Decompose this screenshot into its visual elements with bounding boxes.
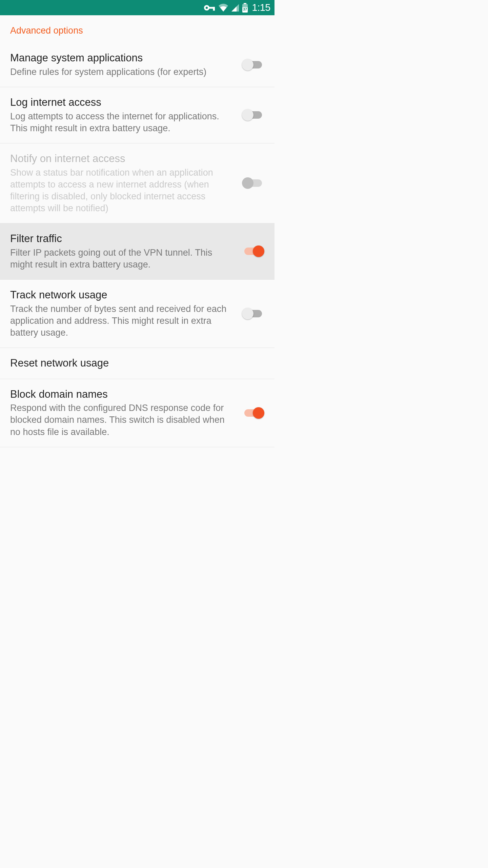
- row-filter-traffic[interactable]: Filter traffic Filter IP packets going o…: [0, 223, 274, 280]
- toggle-block-domain-names[interactable]: [242, 406, 264, 420]
- row-track-network-usage[interactable]: Track network usage Track the number of …: [0, 280, 274, 348]
- vpn-key-icon: [204, 4, 216, 11]
- toggle-filter-traffic[interactable]: [242, 244, 264, 258]
- row-log-internet-access[interactable]: Log internet access Log attempts to acce…: [0, 87, 274, 143]
- row-reset-network-usage[interactable]: Reset network usage: [0, 348, 274, 379]
- row-title: Notify on internet access: [10, 152, 235, 165]
- status-time: 1:15: [252, 2, 270, 13]
- row-text: Log internet access Log attempts to acce…: [10, 96, 242, 134]
- toggle-notify-internet-access: [242, 176, 264, 190]
- svg-text:37: 37: [243, 7, 247, 11]
- row-title: Reset network usage: [10, 357, 258, 370]
- section-header: Advanced options: [0, 15, 274, 43]
- toggle-log-internet-access[interactable]: [242, 108, 264, 122]
- row-title: Filter traffic: [10, 232, 235, 245]
- row-manage-system-apps[interactable]: Manage system applications Define rules …: [0, 43, 274, 87]
- row-subtitle: Track the number of bytes sent and recei…: [10, 303, 235, 339]
- row-text: Notify on internet access Show a status …: [10, 152, 242, 214]
- battery-icon: 37: [242, 3, 248, 13]
- row-title: Manage system applications: [10, 52, 235, 65]
- toggle-track-network-usage[interactable]: [242, 307, 264, 320]
- row-title: Track network usage: [10, 289, 235, 302]
- row-text: Block domain names Respond with the conf…: [10, 388, 242, 438]
- row-block-domain-names[interactable]: Block domain names Respond with the conf…: [0, 379, 274, 447]
- row-text: Manage system applications Define rules …: [10, 52, 242, 78]
- cell-signal-icon: [231, 4, 239, 12]
- row-subtitle: Log attempts to access the internet for …: [10, 111, 235, 134]
- wifi-icon: [218, 4, 228, 12]
- svg-point-1: [205, 6, 207, 8]
- row-subtitle: Filter IP packets going out of the VPN t…: [10, 247, 235, 271]
- row-subtitle: Show a status bar notification when an a…: [10, 167, 235, 214]
- row-subtitle: Respond with the configured DNS response…: [10, 402, 235, 438]
- status-bar: 37 1:15: [0, 0, 274, 15]
- svg-rect-4: [244, 3, 246, 4]
- row-subtitle: Define rules for system applications (fo…: [10, 66, 235, 78]
- row-text: Track network usage Track the number of …: [10, 289, 242, 339]
- row-notify-internet-access: Notify on internet access Show a status …: [0, 143, 274, 223]
- row-title: Block domain names: [10, 388, 235, 401]
- toggle-manage-system-apps[interactable]: [242, 58, 264, 72]
- settings-list: Advanced options Manage system applicati…: [0, 15, 274, 447]
- row-text: Filter traffic Filter IP packets going o…: [10, 232, 242, 271]
- svg-rect-3: [213, 7, 215, 11]
- row-text: Reset network usage: [10, 357, 264, 370]
- row-title: Log internet access: [10, 96, 235, 109]
